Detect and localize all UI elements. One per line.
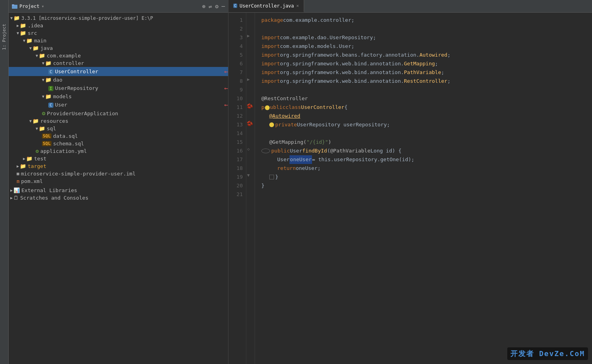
- code-editor: 1 2 3 4 5 6 7 8 9 10 11 12 13 14 15 16 1…: [228, 13, 592, 364]
- brace-19: }: [275, 173, 278, 181]
- tree-scratches[interactable]: ▶ 🗒 Scratches and Consoles: [9, 194, 228, 202]
- resources-chevron: ▼: [29, 119, 32, 123]
- folder-icon: [12, 4, 17, 9]
- tree-schemasql[interactable]: SQL schema.sql: [9, 140, 228, 147]
- bp-marker-16[interactable]: ◇: [247, 147, 250, 152]
- kw-public-11: p: [261, 103, 265, 112]
- ln-7: 7: [233, 68, 243, 77]
- tree-sql[interactable]: ▼ 📁 sql: [9, 125, 228, 132]
- main-chevron: ▼: [23, 38, 25, 43]
- ln-2: 2: [233, 25, 243, 33]
- ln-19: 19: [233, 173, 243, 181]
- code-content[interactable]: package com.example.controller; import c…: [255, 13, 592, 364]
- classname-11: UserController: [301, 103, 345, 112]
- import-prefix-8: org.springframework.web.bind.annotation.: [280, 77, 404, 86]
- ln-11: 11: [233, 103, 243, 112]
- fold-marker-8[interactable]: ▶: [247, 77, 250, 82]
- annotation-getmapping-close: ): [328, 138, 331, 147]
- dao-folder-icon: 📁: [45, 77, 51, 83]
- tree-root[interactable]: ▼ 📁 3.3.1 [microservice-simple-provider-…: [9, 14, 228, 22]
- scratches-label: Scratches and Consoles: [20, 195, 228, 201]
- ln-3: 3: [233, 33, 243, 42]
- tree-usercontroller[interactable]: C UserController ←: [9, 67, 228, 76]
- userrepository-icon: I: [48, 85, 53, 91]
- ln-13: 13: [233, 120, 243, 129]
- java-folder-icon: 📁: [32, 45, 39, 51]
- kw-ublic-11: ublic: [270, 103, 286, 112]
- fold-marker-19[interactable]: ▼: [247, 173, 250, 178]
- split-icon[interactable]: ⇌: [209, 3, 212, 10]
- tree-extlib[interactable]: ▶ 📊 External Libraries: [9, 187, 228, 194]
- tree-controller[interactable]: ▼ 📁 controller: [9, 59, 228, 67]
- resources-label: resources: [40, 118, 228, 124]
- import-val-3: com.example.dao.UserRepository;: [280, 33, 376, 42]
- tree-comexample[interactable]: ▼ 📁 com.example: [9, 52, 228, 59]
- appyml-icon: ⚙: [36, 148, 39, 154]
- panel-header-icons: ⊕ ⇌ ⚙ ─: [202, 3, 225, 10]
- paren-open-16: (: [327, 147, 330, 155]
- minimize-icon[interactable]: ─: [222, 3, 225, 10]
- test-chevron: ▶: [23, 156, 25, 161]
- import-semi-6: ;: [435, 59, 438, 68]
- tree-java[interactable]: ▼ 📁 java: [9, 44, 228, 52]
- tree-models[interactable]: ▼ 📁 models: [9, 93, 228, 100]
- tree-datasql[interactable]: SQL data.sql: [9, 132, 228, 140]
- root-chevron: ▼: [10, 16, 13, 20]
- fold-box-19: [269, 175, 274, 179]
- import-prefix-5: org.springframework.beans.factory.annota…: [280, 51, 419, 59]
- tree-appyml[interactable]: ⚙ application.yml: [9, 147, 228, 155]
- code-line-17: User oneUser = this.userRepository.getOn…: [261, 155, 592, 164]
- fold-marker-3[interactable]: ▶: [247, 33, 250, 38]
- globe-icon[interactable]: ⊕: [202, 3, 205, 10]
- models-chevron: ▼: [42, 94, 44, 99]
- bean-marker-11: [265, 103, 270, 112]
- ln-1: 1: [233, 16, 243, 25]
- java-chevron: ▼: [29, 46, 32, 50]
- tree-iml[interactable]: ■ microservice-simple-provider-user.iml: [9, 170, 228, 177]
- gear-icon[interactable]: ⚙: [215, 3, 218, 10]
- tree-providerapp[interactable]: ⚙ ProviderUserApplication: [9, 109, 228, 117]
- comexample-chevron: ▼: [36, 53, 38, 58]
- assign-17: = this.userRepository.getOne(id);: [312, 155, 414, 164]
- tree-src[interactable]: ▼ 📁 src: [9, 29, 228, 37]
- code-line-4: import com.example.models.User;: [261, 42, 592, 51]
- tree-dao[interactable]: ▼ 📁 dao: [9, 76, 228, 84]
- tree-user[interactable]: C User ←: [9, 100, 228, 109]
- annotation-pathvar: @PathVariable: [330, 147, 371, 155]
- tree-pomxml[interactable]: m pom.xml: [9, 177, 228, 185]
- providerapp-icon: ⚙: [42, 110, 45, 116]
- tab-filename: UserController.java: [240, 3, 294, 9]
- code-line-19: }: [261, 173, 592, 181]
- code-line-10: @RestController: [261, 94, 592, 103]
- tree-target[interactable]: ▶ 📁 target: [9, 162, 228, 170]
- sql-folder-icon: 📁: [39, 126, 45, 131]
- file-tree: ▼ 📁 3.3.1 [microservice-simple-provider-…: [9, 13, 228, 364]
- tab-close-button[interactable]: ✕: [296, 3, 299, 8]
- ln-8: 8: [233, 77, 243, 86]
- bean-dot-13: [269, 122, 274, 127]
- scratches-icon: 🗒: [13, 195, 19, 201]
- editor-tab-usercontroller[interactable]: C UserController.java ✕: [228, 0, 304, 12]
- annotation-getmapping: @GetMapping(: [269, 138, 306, 147]
- user-label: User: [55, 102, 221, 108]
- usercontroller-icon: C: [48, 69, 53, 74]
- brace-20: }: [261, 181, 265, 190]
- project-tab-label[interactable]: 1: Project: [2, 24, 7, 50]
- ln-9: 9: [233, 86, 243, 94]
- code-line-5: import org.springframework.beans.factory…: [261, 51, 592, 59]
- test-folder-icon: 📁: [26, 156, 32, 162]
- extlib-icon: 📊: [13, 187, 20, 193]
- vertical-project-tab[interactable]: 1: Project: [0, 0, 9, 364]
- tree-resources[interactable]: ▼ 📁 resources: [9, 117, 228, 125]
- tree-main[interactable]: ▼ 📁 main: [9, 37, 228, 44]
- kw-return-18: return: [277, 164, 296, 173]
- tree-idea[interactable]: ▶ 📁 .idea: [9, 22, 228, 29]
- code-line-1: package com.example.controller;: [261, 16, 592, 25]
- usercontroller-label: UserController: [55, 69, 221, 74]
- line-numbers: 1 2 3 4 5 6 7 8 9 10 11 12 13 14 15 16 1…: [228, 13, 246, 364]
- bean-icon-13: 🫘: [247, 120, 253, 126]
- tree-userrepository[interactable]: I UserRepository ←: [9, 84, 228, 93]
- dao-chevron: ▼: [42, 78, 44, 82]
- import-semi-5: ;: [447, 51, 451, 59]
- tree-test[interactable]: ▶ 📁 test: [9, 155, 228, 162]
